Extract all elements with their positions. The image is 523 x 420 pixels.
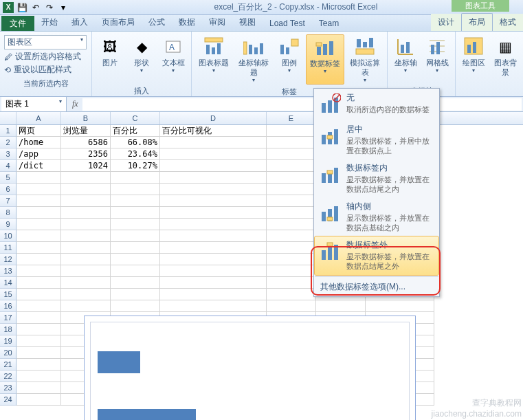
row-header[interactable]: 11 bbox=[0, 242, 16, 254]
axes-button[interactable]: 坐标轴▾ bbox=[390, 34, 421, 84]
cell[interactable] bbox=[160, 265, 267, 277]
cell[interactable] bbox=[16, 265, 61, 277]
cell[interactable] bbox=[267, 137, 316, 148]
cell[interactable] bbox=[160, 230, 267, 242]
cell[interactable] bbox=[16, 219, 61, 230]
textbox-button[interactable]: A文本框▾ bbox=[158, 34, 188, 84]
cell[interactable]: 6586 bbox=[61, 137, 111, 148]
col-header[interactable]: A bbox=[16, 112, 61, 124]
row-header[interactable]: 10 bbox=[0, 230, 16, 242]
cell[interactable] bbox=[61, 242, 111, 254]
plot-area-button[interactable]: 绘图区▾ bbox=[458, 34, 489, 96]
cell[interactable] bbox=[16, 382, 61, 394]
cell[interactable] bbox=[160, 242, 267, 254]
tab-page-layout[interactable]: 页面布局 bbox=[95, 14, 142, 31]
row-header[interactable]: 6 bbox=[0, 184, 16, 195]
redo-icon[interactable]: ↷ bbox=[44, 2, 55, 13]
tab-data[interactable]: 数据 bbox=[172, 14, 202, 31]
cell[interactable] bbox=[111, 265, 160, 277]
worksheet-grid[interactable]: A B C D E F G 1网页浏览量百分比百分比可视化2/home65866… bbox=[0, 112, 523, 406]
cell[interactable] bbox=[267, 172, 316, 184]
cell[interactable]: /app bbox=[16, 148, 61, 160]
cell[interactable] bbox=[267, 254, 316, 265]
row-header[interactable]: 12 bbox=[0, 254, 16, 265]
cell[interactable]: 10.27% bbox=[111, 160, 160, 172]
qat-more-icon[interactable]: ▾ bbox=[58, 2, 69, 13]
chart-element-selector[interactable]: 图表区▾ bbox=[4, 35, 87, 49]
tab-format[interactable]: 格式 bbox=[493, 14, 523, 31]
cell[interactable] bbox=[16, 335, 61, 347]
cell[interactable] bbox=[267, 207, 316, 219]
select-all-corner[interactable] bbox=[0, 112, 16, 124]
cell[interactable] bbox=[61, 230, 111, 242]
cell[interactable]: 浏览量 bbox=[61, 125, 111, 137]
cell[interactable] bbox=[316, 300, 366, 312]
shapes-button[interactable]: ◆形状▾ bbox=[126, 34, 157, 84]
gridlines-button[interactable]: 网格线▾ bbox=[422, 34, 452, 84]
cell[interactable] bbox=[61, 289, 111, 300]
cell[interactable] bbox=[16, 300, 61, 312]
cell[interactable]: /dict bbox=[16, 160, 61, 172]
cell[interactable] bbox=[267, 160, 316, 172]
cell[interactable] bbox=[160, 172, 267, 184]
cell[interactable] bbox=[267, 148, 316, 160]
chart-bar[interactable] bbox=[98, 409, 196, 420]
cell[interactable]: /home bbox=[16, 137, 61, 148]
cell[interactable] bbox=[267, 242, 316, 254]
row-header[interactable]: 16 bbox=[0, 300, 16, 312]
save-icon[interactable]: 💾 bbox=[16, 2, 27, 13]
format-selection-button[interactable]: 🖉设置所选内容格式 bbox=[4, 50, 87, 63]
tab-view[interactable]: 视图 bbox=[232, 14, 263, 31]
data-table-button[interactable]: 模拟运算表▾ bbox=[346, 34, 384, 85]
cell[interactable] bbox=[160, 300, 267, 312]
row-header[interactable]: 8 bbox=[0, 207, 16, 219]
cell[interactable] bbox=[16, 371, 61, 382]
cell[interactable] bbox=[160, 148, 267, 160]
cell[interactable] bbox=[111, 195, 160, 207]
cell[interactable] bbox=[61, 195, 111, 207]
fx-icon[interactable]: fx bbox=[68, 99, 82, 109]
cell[interactable]: 2356 bbox=[61, 148, 111, 160]
chart-bg-button[interactable]: ▦图表背景 bbox=[490, 34, 520, 96]
cell[interactable] bbox=[111, 254, 160, 265]
cell[interactable]: 百分比可视化 bbox=[160, 125, 267, 137]
cell[interactable] bbox=[160, 254, 267, 265]
cell[interactable] bbox=[267, 184, 316, 195]
row-header[interactable]: 5 bbox=[0, 172, 16, 184]
chart-title-button[interactable]: 图表标题▾ bbox=[194, 34, 233, 85]
tab-design[interactable]: 设计 bbox=[431, 14, 461, 31]
cell[interactable] bbox=[61, 184, 111, 195]
cell[interactable] bbox=[61, 219, 111, 230]
cell[interactable] bbox=[160, 207, 267, 219]
cell[interactable] bbox=[267, 230, 316, 242]
cell[interactable] bbox=[61, 265, 111, 277]
cell[interactable] bbox=[160, 160, 267, 172]
cell[interactable] bbox=[267, 125, 316, 137]
tab-insert[interactable]: 插入 bbox=[65, 14, 95, 31]
menu-item-none[interactable]: 无取消所选内容的数据标签 bbox=[315, 89, 438, 121]
row-header[interactable]: 7 bbox=[0, 195, 16, 207]
name-box[interactable]: 图表 1▾ bbox=[1, 97, 67, 111]
cell[interactable] bbox=[111, 300, 160, 312]
cell[interactable] bbox=[16, 184, 61, 195]
reset-style-button[interactable]: ⟲重设以匹配样式 bbox=[4, 63, 87, 76]
plot-area[interactable] bbox=[90, 322, 410, 420]
cell[interactable] bbox=[366, 300, 434, 312]
menu-item-more-options[interactable]: 其他数据标签选项(M)... bbox=[315, 278, 438, 296]
row-header[interactable]: 9 bbox=[0, 219, 16, 230]
row-header[interactable]: 15 bbox=[0, 289, 16, 300]
cell[interactable] bbox=[61, 277, 111, 289]
cell[interactable] bbox=[160, 289, 267, 300]
axis-titles-button[interactable]: 坐标轴标题▾ bbox=[234, 34, 273, 85]
cell[interactable] bbox=[16, 289, 61, 300]
cell[interactable] bbox=[111, 207, 160, 219]
cell[interactable]: 1024 bbox=[61, 160, 111, 172]
menu-item-inside-end[interactable]: 数据标签内显示数据标签，并放置在数据点结尾之内 bbox=[315, 159, 438, 198]
row-header[interactable]: 14 bbox=[0, 277, 16, 289]
cell[interactable] bbox=[61, 254, 111, 265]
tab-formulas[interactable]: 公式 bbox=[142, 14, 172, 31]
cell[interactable] bbox=[111, 184, 160, 195]
tab-team[interactable]: Team bbox=[312, 16, 346, 31]
col-header[interactable]: B bbox=[61, 112, 111, 124]
row-header[interactable]: 3 bbox=[0, 148, 16, 160]
